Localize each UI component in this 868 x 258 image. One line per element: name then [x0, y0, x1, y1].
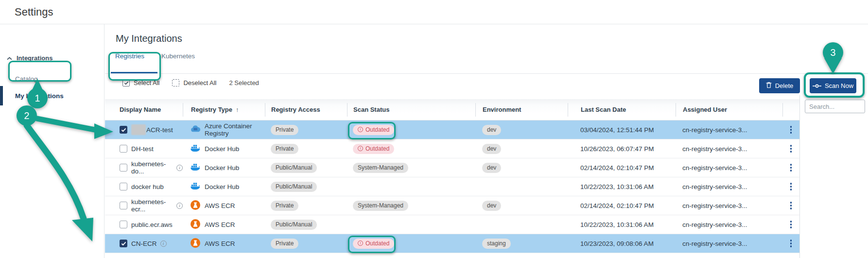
sidebar-section-label: Integrations	[17, 54, 52, 62]
table-row[interactable]: kubernetes-do... i Docker Hub Public/Man…	[105, 158, 799, 177]
table-row[interactable]: public.ecr.aws AWS ECR Public/Manual 10/…	[105, 215, 799, 234]
row-actions-kebab-icon[interactable]	[788, 219, 794, 230]
checkbox-dashed-icon	[172, 79, 179, 86]
alert-icon: !	[358, 127, 363, 132]
tab-registries[interactable]: Registries	[115, 52, 144, 60]
table-row[interactable]: kubernetes-ecr... i AWS ECR Private Syst…	[105, 196, 799, 215]
status-pill: ! Outdated	[353, 239, 394, 249]
status-pill-label: Outdated	[365, 240, 389, 247]
access-pill-label: Private	[276, 145, 294, 152]
header-last-scan-date[interactable]: Last Scan Date	[568, 103, 676, 117]
selection-toolbar: Select All Deselect All 2 Selected	[122, 79, 259, 86]
table-row[interactable]: docker hub Docker Hub Public/Manual 10/2…	[105, 177, 799, 196]
environment-pill-label: dev	[487, 202, 496, 209]
registry-type-label: AWS ECR	[205, 202, 235, 209]
access-pill: Private	[271, 144, 298, 154]
header-environment[interactable]: Environment	[475, 103, 568, 117]
access-pill: Public/Manual	[271, 163, 317, 173]
aws-ecr-icon	[191, 219, 200, 230]
right-panel-divider	[799, 95, 800, 258]
row-actions-kebab-icon[interactable]	[788, 124, 794, 136]
last-scan-date: 10/23/2023, 09:08:06 AM	[580, 240, 654, 247]
last-scan-date: 03/04/2024, 12:51:44 PM	[580, 126, 654, 134]
assigned-user: cn-registry-service-3...	[682, 164, 747, 172]
tab-kubernetes[interactable]: Kubernetes	[161, 52, 195, 60]
access-pill-label: Public/Manual	[276, 183, 312, 190]
environment-pill-label: dev	[487, 145, 496, 152]
registry-type-label: AWS ECR	[205, 240, 235, 247]
alert-icon: !	[358, 241, 363, 246]
row-actions-kebab-icon[interactable]	[788, 143, 794, 155]
access-pill-label: Public/Manual	[276, 164, 312, 171]
access-pill: Private	[271, 201, 298, 211]
chevron-up-icon	[7, 54, 12, 62]
header-registry-type[interactable]: Registry Type↑	[183, 103, 265, 117]
check-icon	[121, 241, 126, 246]
header-assigned-user[interactable]: Assigned User	[676, 103, 782, 117]
status-pill: System-Managed	[353, 201, 408, 211]
sort-ascending-icon: ↑	[236, 106, 239, 113]
row-actions-kebab-icon[interactable]	[788, 181, 794, 192]
registry-type-label: Docker Hub	[205, 183, 239, 190]
row-checkbox[interactable]	[120, 221, 127, 228]
main-heading: My Integrations	[116, 33, 182, 44]
aws-ecr-icon	[191, 238, 200, 249]
info-icon[interactable]: i	[176, 203, 183, 209]
registry-type-label: AWS ECR	[205, 221, 235, 228]
row-name: kubernetes-do...	[131, 160, 173, 175]
trash-icon	[766, 82, 772, 90]
table-row[interactable]: DH-test Docker Hub Private ! Outdated de…	[105, 139, 799, 158]
aws-ecr-icon	[191, 200, 200, 211]
environment-pill-label: dev	[487, 164, 496, 171]
deselect-all-button[interactable]: Deselect All	[172, 79, 216, 86]
checkbox-checked-icon	[122, 79, 130, 86]
status-pill: System-Managed	[353, 163, 408, 173]
sidebar-item-my-integrations[interactable]: My Integrations	[15, 92, 64, 100]
environment-pill: dev	[482, 201, 501, 211]
info-icon[interactable]: i	[160, 241, 167, 247]
row-checkbox[interactable]	[120, 240, 127, 247]
header-actions-spacer	[782, 103, 799, 117]
sidebar-section-integrations[interactable]: Integrations	[7, 54, 52, 62]
status-pill-label: Outdated	[365, 145, 389, 152]
row-actions-kebab-icon[interactable]	[788, 238, 794, 249]
registry-type-label: Docker Hub	[205, 145, 239, 153]
scan-now-button[interactable]: Scan Now	[810, 78, 856, 93]
table-header: Display Name Registry Type↑ Registry Acc…	[105, 99, 799, 120]
access-pill: Private	[271, 125, 298, 135]
table-row[interactable]: ACR-test Azure Container Registry Privat…	[105, 120, 799, 139]
selected-count: 2 Selected	[229, 79, 259, 86]
environment-pill: staging	[482, 239, 511, 249]
access-pill: Public/Manual	[271, 220, 317, 230]
info-icon[interactable]: i	[176, 165, 183, 171]
last-scan-date: 02/14/2024, 02:10:47 PM	[580, 202, 654, 209]
row-checkbox[interactable]	[120, 202, 127, 209]
settings-page: Settings Integrations Catalog My Integra…	[0, 0, 868, 258]
search-input[interactable]	[805, 100, 865, 113]
registry-type-label: Docker Hub	[205, 164, 239, 172]
header-scan-status[interactable]: Scan Status	[347, 103, 475, 117]
delete-button[interactable]: Delete	[759, 78, 800, 93]
header-registry-access[interactable]: Registry Access	[265, 103, 347, 117]
environment-pill-label: dev	[487, 126, 496, 133]
row-checkbox[interactable]	[120, 183, 127, 190]
sidebar: Integrations Catalog My Integrations	[0, 24, 104, 258]
row-actions-kebab-icon[interactable]	[788, 200, 794, 211]
status-pill-label: System-Managed	[358, 164, 403, 171]
assigned-user: cn-registry-service-3...	[682, 240, 747, 247]
select-all-button[interactable]: Select All	[122, 79, 159, 86]
row-checkbox[interactable]	[120, 164, 127, 172]
row-actions-kebab-icon[interactable]	[788, 162, 794, 173]
sidebar-item-catalog[interactable]: Catalog	[15, 75, 38, 83]
access-pill-label: Private	[276, 126, 294, 133]
scan-pulse-icon	[813, 84, 821, 88]
header-display-name[interactable]: Display Name	[131, 103, 183, 117]
docker-hub-icon	[191, 182, 200, 191]
alert-icon: !	[358, 146, 363, 151]
row-checkbox[interactable]	[120, 126, 127, 134]
environment-pill-label: staging	[487, 240, 506, 247]
environment-pill: dev	[482, 144, 501, 154]
last-scan-date: 10/26/2023, 06:07:47 PM	[580, 145, 654, 153]
row-checkbox[interactable]	[120, 145, 127, 153]
table-row[interactable]: CN-ECR i AWS ECR Private ! Outdated stag…	[105, 234, 799, 253]
